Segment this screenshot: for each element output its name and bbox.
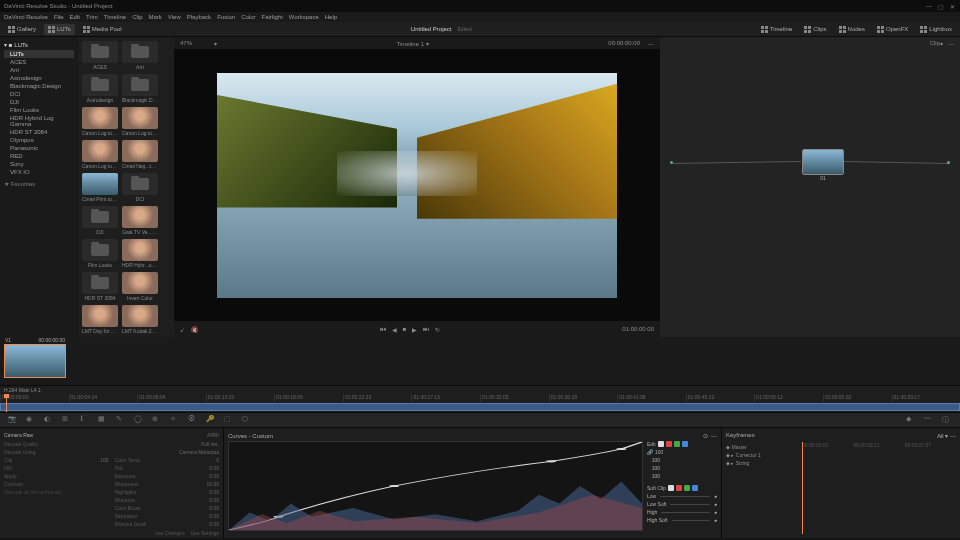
viewer-zoom[interactable]: 47% [180, 40, 210, 46]
lut-item[interactable]: DJI [82, 206, 118, 235]
luts-item[interactable]: Sony [4, 160, 74, 168]
viewer-timeline-name[interactable]: Timeline 1 [397, 41, 424, 47]
node-editor[interactable]: Clip ▾ ⋯ 01 [660, 37, 960, 337]
softclip-param[interactable]: Low Soft● [647, 501, 717, 507]
transport-button[interactable]: ▶ [412, 326, 417, 333]
param-row[interactable]: Saturation0.00 [115, 512, 220, 520]
toolbar-mediapool[interactable]: Media Pool [79, 24, 126, 35]
menu-workspace[interactable]: Workspace [289, 14, 319, 20]
luts-header[interactable]: ▾ ■ LUTs [4, 41, 74, 48]
palette-toolbar[interactable]: 📷 ◉ ◐ ⊞ ⌇ ▦ ✎ ◯ ⊕ ✧ ⦿ 🔑 ⬚ ⬡ ◆ 〰 ⓘ [0, 412, 960, 428]
transport-button[interactable]: ◀ [392, 326, 397, 333]
lut-item[interactable]: DCI [122, 173, 158, 202]
use-changes-button[interactable]: Use Changes [154, 530, 184, 536]
timeline-clip-bar[interactable] [0, 403, 960, 411]
luts-item[interactable]: HDR ST 2084 [4, 128, 74, 136]
param-row[interactable]: Shadows0.00 [115, 496, 220, 504]
param-row[interactable]: Highlights0.00 [115, 488, 220, 496]
lut-item[interactable]: Astrodesign [82, 74, 118, 103]
param-row[interactable]: Tint0.00 [115, 464, 220, 472]
menu-playback[interactable]: Playback [187, 14, 211, 20]
transport-button[interactable]: ↻ [435, 326, 440, 333]
lut-item[interactable]: Canon Log to Rec709 [122, 107, 158, 136]
param-row[interactable]: Color Boost0.00 [115, 504, 220, 512]
toolbar-luts[interactable]: LUTs [44, 24, 75, 35]
timeline-playhead[interactable] [6, 396, 7, 412]
window-controls[interactable]: —▢✕ [926, 3, 956, 9]
menu-timeline[interactable]: Timeline [104, 14, 126, 20]
menu-help[interactable]: Help [325, 14, 337, 20]
keyframe-playhead[interactable] [802, 442, 803, 534]
lut-item[interactable]: Blackmagic Design [122, 74, 158, 103]
lut-item[interactable]: HDR ST 2084 [82, 272, 118, 301]
param-row[interactable]: Midtone Detail0.00 [115, 520, 220, 528]
param-row[interactable]: Apply [4, 472, 109, 480]
mini-timeline[interactable]: H.264 Main L4.1 01:00:00:0001:00:04:1401… [0, 385, 960, 412]
toolbar-timeline[interactable]: Timeline [757, 24, 796, 35]
main-menubar[interactable]: DaVinci ResolveFileEditTrimTimelineClipM… [0, 12, 960, 22]
toolbar-clips[interactable]: Clips [800, 24, 830, 35]
lut-item[interactable]: HDR Hybr...og Gamma [122, 239, 158, 268]
luts-item[interactable]: Arri [4, 66, 74, 74]
transport-button[interactable]: ⏭ [423, 326, 429, 333]
menu-edit[interactable]: Edit [70, 14, 80, 20]
luts-item[interactable]: LUTs [4, 50, 74, 58]
menu-mark[interactable]: Mark [149, 14, 162, 20]
transport-button[interactable]: ⏮ [380, 326, 386, 333]
keyframe-track[interactable]: ◆ ▸ Corrector 1 [726, 451, 956, 459]
toolbar-openfx[interactable]: OpenFX [873, 24, 912, 35]
lut-item[interactable]: Cintel Neg...to Linear [122, 140, 158, 169]
menu-clip[interactable]: Clip [132, 14, 142, 20]
param-row[interactable]: Clip100 [4, 456, 109, 464]
use-settings-button[interactable]: Use Settings [191, 530, 219, 536]
param-row[interactable]: Color Temp0 [115, 456, 220, 464]
luts-item[interactable]: Film Looks [4, 106, 74, 114]
menu-file[interactable]: File [54, 14, 64, 20]
curve-graph[interactable] [228, 441, 643, 531]
lut-item[interactable]: Cintel Print to Linear [82, 173, 118, 202]
luts-item[interactable]: Blackmagic Design [4, 82, 74, 90]
lut-item[interactable]: Invert Color [122, 272, 158, 301]
toolbar-nodes[interactable]: Nodes [835, 24, 869, 35]
param-row[interactable]: Contrast [4, 480, 109, 488]
luts-item[interactable]: Astrodesign [4, 74, 74, 82]
lut-item[interactable]: LMT Day for Night [82, 305, 118, 334]
menu-color[interactable]: Color [241, 14, 255, 20]
lut-item[interactable]: LMT Kodak 2383 [122, 305, 158, 334]
viewer-canvas[interactable] [174, 49, 660, 321]
toolbar-lightbox[interactable]: Lightbox [916, 24, 956, 35]
luts-item[interactable]: VFX IO [4, 168, 74, 176]
luts-item[interactable]: HDR Hybrid Log Gamma [4, 114, 74, 128]
menu-view[interactable]: View [168, 14, 181, 20]
param-row[interactable]: ISO [4, 464, 109, 472]
menu-davinci-resolve[interactable]: DaVinci Resolve [4, 14, 48, 20]
softclip-param[interactable]: High Soft● [647, 517, 717, 523]
luts-item[interactable]: DJI [4, 98, 74, 106]
lut-item[interactable]: Canon Log to Cineon [82, 107, 118, 136]
favorites-item[interactable]: ★ Favorites [4, 180, 74, 187]
clip-thumbnail[interactable]: V1 00:00:00:00 [4, 344, 66, 378]
param-row[interactable]: Sharpness10.00 [115, 480, 220, 488]
luts-item[interactable]: Olympus [4, 136, 74, 144]
lut-item[interactable]: Canon Log to Video [82, 140, 118, 169]
menu-fairlight[interactable]: Fairlight [261, 14, 282, 20]
luts-item[interactable]: ACES [4, 58, 74, 66]
menu-fusion[interactable]: Fusion [217, 14, 235, 20]
softclip-param[interactable]: High● [647, 509, 717, 515]
toolbar-gallery[interactable]: Gallery [4, 24, 40, 35]
lut-item[interactable]: ACES [82, 41, 118, 70]
luts-item[interactable]: Panasonic [4, 144, 74, 152]
bypass-icon[interactable]: ↙ [180, 326, 185, 333]
softclip-param[interactable]: Low● [647, 493, 717, 499]
menu-trim[interactable]: Trim [86, 14, 98, 20]
keyframe-track[interactable]: ◆ ▸ Sizing [726, 459, 956, 467]
node-01[interactable] [802, 149, 844, 175]
param-row[interactable]: Exposure0.00 [115, 472, 220, 480]
luts-item[interactable]: RED [4, 152, 74, 160]
viewer-timecode[interactable]: 00:00:00:00 [608, 40, 640, 46]
curve-controls[interactable]: Edit 🔗 100 100 100 100 Soft Clip Low●Low… [647, 441, 717, 531]
lut-item[interactable]: Gaia TV Ve...AIM Clip [122, 206, 158, 235]
luts-item[interactable]: DCI [4, 90, 74, 98]
lut-item[interactable]: Film Looks [82, 239, 118, 268]
transport-button[interactable]: ■ [403, 326, 407, 333]
